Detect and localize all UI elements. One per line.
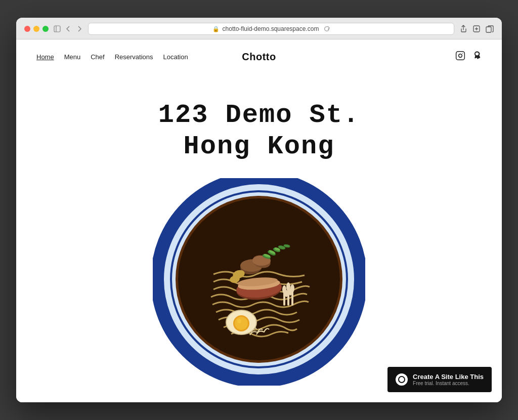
nav-item-chef[interactable]: Chef: [91, 53, 104, 61]
svg-rect-6: [456, 52, 465, 60]
address-bar[interactable]: 🔒 chotto-fluid-demo.squarespace.com: [88, 23, 454, 35]
hero-line1: 123 Demo St.: [158, 100, 360, 130]
new-tab-icon[interactable]: [472, 25, 481, 33]
browser-window: 🔒 chotto-fluid-demo.squarespace.com: [16, 18, 502, 402]
navigation: Home Menu Chef Reservations Location Cho…: [16, 39, 502, 74]
maximize-button[interactable]: [42, 26, 49, 32]
nav-item-location[interactable]: Location: [163, 53, 188, 61]
nav-item-home[interactable]: Home: [36, 53, 54, 61]
squarespace-banner-text: Create A Site Like This Free trial. Inst…: [413, 373, 484, 386]
url-text: chotto-fluid-demo.squarespace.com: [223, 25, 319, 32]
close-button[interactable]: [24, 26, 30, 32]
svg-rect-5: [486, 27, 491, 32]
lock-icon: 🔒: [212, 26, 220, 32]
duplicate-icon[interactable]: [486, 25, 494, 33]
squarespace-banner-title: Create A Site Like This: [413, 373, 484, 381]
instagram-icon[interactable]: [455, 51, 465, 63]
svg-rect-25: [287, 288, 289, 306]
squarespace-logo: [396, 373, 408, 386]
yelp-icon[interactable]: [472, 51, 482, 63]
reload-icon[interactable]: [324, 26, 330, 32]
svg-rect-26: [291, 289, 293, 306]
hero-title: 123 Demo St. Hong Kong: [26, 100, 492, 163]
squarespace-banner[interactable]: Create A Site Like This Free trial. Inst…: [387, 367, 492, 392]
browser-controls: [54, 25, 83, 32]
traffic-lights: [24, 26, 49, 32]
hero-line2: Hong Kong: [184, 132, 335, 161]
nav-left: Home Menu Chef Reservations Location: [36, 53, 188, 61]
brand-name: Chotto: [242, 51, 276, 63]
squarespace-banner-subtitle: Free trial. Instant access.: [413, 381, 484, 386]
back-icon[interactable]: [65, 25, 72, 32]
browser-chrome: 🔒 chotto-fluid-demo.squarespace.com: [16, 18, 502, 39]
sidebar-toggle-icon[interactable]: [54, 25, 61, 32]
svg-rect-24: [283, 290, 285, 306]
browser-actions: [459, 25, 494, 33]
svg-point-45: [237, 319, 241, 323]
svg-point-44: [235, 317, 248, 330]
nav-item-menu[interactable]: Menu: [64, 53, 81, 61]
svg-rect-0: [54, 26, 60, 32]
svg-point-7: [459, 54, 462, 58]
website-content: Home Menu Chef Reservations Location Cho…: [16, 39, 502, 402]
nav-right: [455, 51, 482, 63]
forward-icon[interactable]: [76, 25, 83, 32]
minimize-button[interactable]: [33, 26, 39, 32]
nav-item-reservations[interactable]: Reservations: [115, 53, 153, 61]
bowl-image: [153, 178, 365, 386]
svg-point-8: [462, 53, 463, 54]
hero-section: 123 Demo St. Hong Kong: [16, 74, 502, 178]
share-icon[interactable]: [459, 25, 467, 33]
